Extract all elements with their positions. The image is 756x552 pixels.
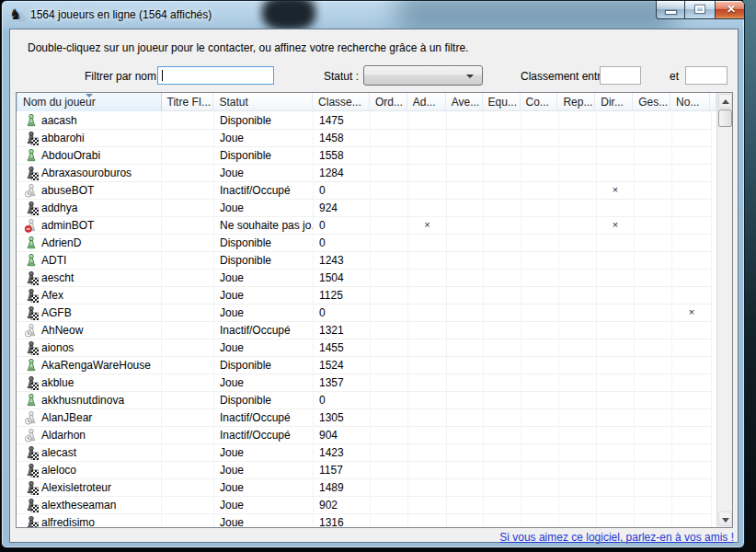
attribute-cell <box>559 305 597 322</box>
table-row[interactable]: abuseBOTInactif/Occupé0× <box>17 182 716 200</box>
attribute-cell <box>371 200 408 217</box>
vertical-scrollbar[interactable] <box>716 93 732 527</box>
status-cell: Disponible <box>214 235 314 252</box>
column-header-classe[interactable]: Classe... <box>313 93 370 111</box>
column-header-label: Equ... <box>488 96 517 109</box>
attribute-cell <box>597 357 635 374</box>
arrow-down-icon <box>722 518 729 523</box>
table-row[interactable]: AbraxasouroburosJoue1284 <box>17 165 716 182</box>
table-row[interactable]: AkaRengaWareHouseDisponible1524 <box>17 357 716 374</box>
column-header-rep[interactable]: Rep... <box>557 93 595 111</box>
minimize-button[interactable] <box>656 1 685 19</box>
player-name: AkaRengaWareHouse <box>41 359 151 372</box>
table-row[interactable]: addhyaJoue924 <box>17 200 716 217</box>
maximize-icon <box>695 6 704 13</box>
column-header-ges[interactable]: Ges... <box>633 93 670 111</box>
status-dropdown[interactable] <box>363 65 483 86</box>
attribute-cell <box>635 392 672 409</box>
close-button[interactable]: ✕ <box>715 1 745 19</box>
attribute-cell <box>371 339 408 357</box>
pawn-playing-icon <box>24 463 39 477</box>
ranking-max-input[interactable] <box>685 66 727 85</box>
attribute-cell <box>521 392 559 409</box>
column-header-label: Nom du joueur <box>23 96 96 109</box>
column-header-ave[interactable]: Ave... <box>446 93 483 111</box>
table-row[interactable]: adminBOTNe souhaite pas jo...0×× <box>17 217 716 235</box>
table-row[interactable]: aeschtJoue1504 <box>17 270 716 287</box>
table-row[interactable]: akblueJoue1357 <box>17 374 716 392</box>
scrollbar-thumb[interactable] <box>718 109 732 127</box>
rating-cell: 924 <box>314 200 371 217</box>
player-name: akkhusnutdinova <box>41 394 124 407</box>
column-header-dir[interactable]: Dir... <box>595 93 633 111</box>
table-row[interactable]: AldarhonInactif/Occupé904 <box>17 427 716 444</box>
attribute-cell <box>484 357 521 374</box>
ranking-min-input[interactable] <box>600 66 641 85</box>
table-row[interactable]: abbarohiJoue1458 <box>17 130 716 147</box>
table-row[interactable]: aacashDisponible1475 <box>17 112 716 130</box>
player-name-cell: AlanJBear <box>17 409 162 427</box>
filter-name-input[interactable] <box>157 66 274 85</box>
attribute-cell <box>521 130 559 147</box>
attribute-cell <box>408 165 447 182</box>
attribute-cell <box>521 235 559 252</box>
attribute-cell <box>371 514 408 527</box>
attribute-cell <box>672 252 712 270</box>
scroll-down-button[interactable] <box>718 512 732 526</box>
table-row[interactable]: AlexisletroteurJoue1489 <box>17 479 716 497</box>
player-name: Afex <box>41 289 63 302</box>
column-header-titre-fi[interactable]: Titre FI... <box>162 93 214 111</box>
table-row[interactable]: AbdouOrabiDisponible1558 <box>17 147 716 165</box>
attribute-cell <box>521 147 559 165</box>
titlebar[interactable]: ♞♘ 1564 joueurs en ligne (1564 affichés)… <box>2 1 744 29</box>
table-row[interactable]: alecastJoue1423 <box>17 444 716 462</box>
scroll-up-button[interactable] <box>718 94 732 109</box>
column-header-co[interactable]: Co... <box>521 93 558 111</box>
column-header-ad[interactable]: Ad... <box>407 93 446 111</box>
attribute-cell <box>371 497 408 514</box>
attribute-cell <box>484 392 521 409</box>
attribute-cell <box>559 479 597 497</box>
attribute-cell <box>408 112 447 130</box>
table-row[interactable]: AGFBJoue0× <box>17 305 716 322</box>
column-header-no[interactable]: No... <box>670 93 710 111</box>
attribute-cell <box>447 322 484 339</box>
player-name: aionos <box>41 341 74 354</box>
column-header-nom-du-joueur[interactable]: Nom du joueur <box>17 93 162 111</box>
attribute-cell <box>597 479 635 497</box>
column-header-label: Titre FI... <box>167 96 212 109</box>
column-header-equ[interactable]: Equ... <box>483 93 521 111</box>
share-link[interactable]: Si vous aimez ce logiciel, parlez-en à v… <box>499 531 734 544</box>
status-cell: Inactif/Occupé <box>214 409 314 427</box>
pawn-playing-icon <box>24 288 39 303</box>
table-row[interactable]: aionosJoue1455 <box>17 339 716 357</box>
status-cell: Joue <box>214 497 314 514</box>
column-header-statut[interactable]: Statut <box>213 93 313 111</box>
column-header-label: Classe... <box>318 96 361 109</box>
table-row[interactable]: AfexJoue1125 <box>17 287 716 305</box>
maximize-button[interactable] <box>685 1 715 19</box>
table-row[interactable]: AlanJBearInactif/Occupé1305 <box>17 409 716 427</box>
attribute-cell <box>672 322 712 339</box>
table-row[interactable]: akkhusnutdinovaDisponible0 <box>17 392 716 409</box>
player-name-cell: alecast <box>17 444 162 462</box>
fide-cell <box>162 252 214 270</box>
attribute-cell <box>672 200 712 217</box>
window-controls: ✕ <box>656 1 745 19</box>
attribute-cell <box>484 374 521 392</box>
table-row[interactable]: alfredisimoJoue1316 <box>17 514 716 527</box>
table-row[interactable]: alelocoJoue1157 <box>17 462 716 479</box>
attribute-cell <box>672 165 712 182</box>
attribute-cell <box>408 514 447 527</box>
attribute-cell <box>597 112 635 130</box>
table-row[interactable]: AhNeowInactif/Occupé1321 <box>17 322 716 339</box>
table-row[interactable]: alextheseamanJoue902 <box>17 497 716 514</box>
attribute-cell <box>559 497 597 514</box>
table-row[interactable]: ADTIDisponible1243 <box>17 252 716 270</box>
player-name-cell: Afex <box>17 287 162 305</box>
column-header-ord[interactable]: Ord... <box>370 93 407 111</box>
attribute-cell <box>597 322 635 339</box>
status-cell: Joue <box>214 165 314 182</box>
table-row[interactable]: AdrienDDisponible0 <box>17 235 716 252</box>
attribute-cell <box>635 322 672 339</box>
